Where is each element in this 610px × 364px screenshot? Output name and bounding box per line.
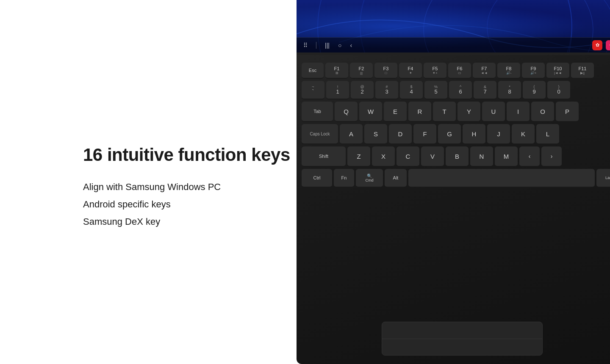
key-6[interactable]: ^ 6 — [449, 81, 472, 99]
key-i[interactable]: I — [507, 102, 530, 122]
key-u[interactable]: U — [482, 102, 505, 122]
key-o[interactable]: O — [531, 102, 554, 122]
key-f8-icon: 🔊- — [506, 71, 512, 75]
key-2-main: 2 — [360, 89, 363, 94]
key-f2-num: F2 — [359, 66, 364, 71]
key-e[interactable]: E — [384, 102, 407, 122]
key-f6[interactable]: F6 ▭ — [448, 63, 471, 79]
key-f[interactable]: F — [413, 124, 436, 144]
key-8[interactable]: * 8 — [498, 81, 521, 99]
key-f1[interactable]: F1 ⊞ — [325, 63, 348, 79]
main-title: 16 intuitive function keys — [83, 144, 297, 165]
key-f10[interactable]: F10 |◄◄ — [546, 63, 569, 79]
key-3[interactable]: # 3 — [375, 81, 398, 99]
status-bar: ⠿ ||| ○ ‹ ✿ ♥ — [297, 37, 610, 52]
key-s[interactable]: S — [364, 124, 387, 144]
feature-list: Align with Samsung Windows PC Android sp… — [83, 181, 297, 228]
key-5-main: 5 — [434, 89, 437, 94]
app-icon-1[interactable]: ✿ — [592, 40, 602, 50]
key-cmd[interactable]: 🔍 Cmd — [356, 169, 383, 188]
status-nav-icons: ⠿ ||| ○ ‹ — [303, 42, 352, 49]
key-tab-label: Tab — [313, 109, 321, 114]
key-7[interactable]: & 7 — [474, 81, 496, 99]
key-9[interactable]: ( 9 — [523, 81, 546, 99]
key-f8-num: F8 — [506, 66, 512, 71]
key-f4-num: F4 — [408, 66, 413, 71]
key-fn-label: Fn — [341, 175, 347, 180]
key-arrow-left[interactable]: ‹ — [519, 146, 540, 167]
key-f7-num: F7 — [482, 66, 487, 71]
key-f7[interactable]: F7 ◄◄ — [473, 63, 496, 79]
key-1[interactable]: ! 1 — [326, 81, 349, 99]
key-f7-icon: ◄◄ — [481, 71, 488, 75]
key-g[interactable]: G — [438, 124, 461, 144]
key-tilde[interactable]: ~ ` — [302, 81, 324, 99]
key-c[interactable]: C — [396, 146, 419, 167]
key-p[interactable]: P — [556, 102, 579, 122]
key-f2-icon: ||| — [360, 71, 363, 75]
key-q[interactable]: Q — [335, 102, 358, 122]
key-alt-label: Alt — [393, 175, 399, 180]
key-arrow-right[interactable]: › — [541, 146, 562, 167]
key-0-main: 0 — [557, 89, 560, 94]
key-m[interactable]: M — [495, 146, 518, 167]
key-9-main: 9 — [532, 89, 535, 94]
key-2[interactable]: @ 2 — [351, 81, 374, 99]
key-tab[interactable]: Tab — [302, 102, 333, 122]
keyboard-container: ⠿ ||| ○ ‹ ✿ ♥ — [297, 0, 610, 364]
key-8-main: 8 — [508, 89, 511, 94]
nav-grid-icon: ⠿ — [303, 42, 308, 49]
key-0[interactable]: ) 0 — [547, 81, 570, 99]
key-f5[interactable]: F5 ✦+ — [424, 63, 446, 79]
key-w[interactable]: W — [359, 102, 382, 122]
tablet-screen: ⠿ ||| ○ ‹ ✿ ♥ — [297, 0, 610, 55]
key-f8[interactable]: F8 🔊- — [497, 63, 520, 79]
key-h[interactable]: H — [463, 124, 485, 144]
key-r[interactable]: R — [408, 102, 431, 122]
key-v[interactable]: V — [421, 146, 444, 167]
app-icon-2[interactable]: ♥ — [606, 40, 610, 50]
key-f9[interactable]: F9 🔊+ — [522, 63, 545, 79]
key-d[interactable]: D — [389, 124, 412, 144]
page-container: 16 intuitive function keys Align with Sa… — [0, 0, 610, 364]
key-l[interactable]: L — [536, 124, 559, 144]
key-a[interactable]: A — [340, 124, 363, 144]
key-tilde-main: ` — [312, 89, 314, 94]
key-6-main: 6 — [459, 89, 462, 94]
key-y[interactable]: Y — [458, 102, 480, 122]
key-esc[interactable]: Esc — [302, 63, 324, 79]
key-b[interactable]: B — [446, 146, 469, 167]
key-lang[interactable]: Lang — [596, 169, 610, 188]
divider — [316, 42, 316, 49]
key-f11[interactable]: F11 ▶|| — [571, 63, 594, 79]
key-capslock[interactable]: Caps Lock — [302, 124, 338, 144]
key-3-main: 3 — [385, 89, 388, 94]
key-5[interactable]: % 5 — [424, 81, 447, 99]
key-shift-left[interactable]: Shift — [302, 146, 346, 167]
key-4[interactable]: $ 4 — [400, 81, 423, 99]
key-space[interactable] — [408, 169, 595, 188]
key-j[interactable]: J — [487, 124, 510, 144]
key-t[interactable]: T — [433, 102, 456, 122]
key-lang-label: Lang — [605, 176, 610, 180]
key-esc-label: Esc — [309, 68, 316, 73]
key-ctrl-label: Ctrl — [313, 175, 320, 180]
key-shift-label: Shift — [319, 154, 328, 159]
key-fn[interactable]: Fn — [334, 169, 354, 188]
nav-back-icon: ‹ — [350, 42, 352, 49]
number-row: ~ ` ! 1 @ 2 # 3 — [302, 81, 610, 99]
function-row: Esc F1 ⊞ F2 ||| F3 □ F4 — [302, 63, 610, 79]
key-f3[interactable]: F3 □ — [374, 63, 397, 79]
qwerty-row: Tab Q W E R T Y U I O P — [302, 102, 610, 122]
feature-item-1: Align with Samsung Windows PC — [83, 181, 297, 194]
key-f4[interactable]: F4 ✦ — [399, 63, 422, 79]
key-k[interactable]: K — [512, 124, 535, 144]
key-ctrl[interactable]: Ctrl — [302, 169, 332, 188]
key-x[interactable]: X — [372, 146, 395, 167]
key-z[interactable]: Z — [347, 146, 370, 167]
trackpad[interactable] — [382, 322, 543, 356]
key-f2[interactable]: F2 ||| — [350, 63, 373, 79]
key-alt[interactable]: Alt — [385, 169, 407, 188]
text-panel: 16 intuitive function keys Align with Sa… — [0, 0, 297, 364]
key-n[interactable]: N — [470, 146, 493, 167]
